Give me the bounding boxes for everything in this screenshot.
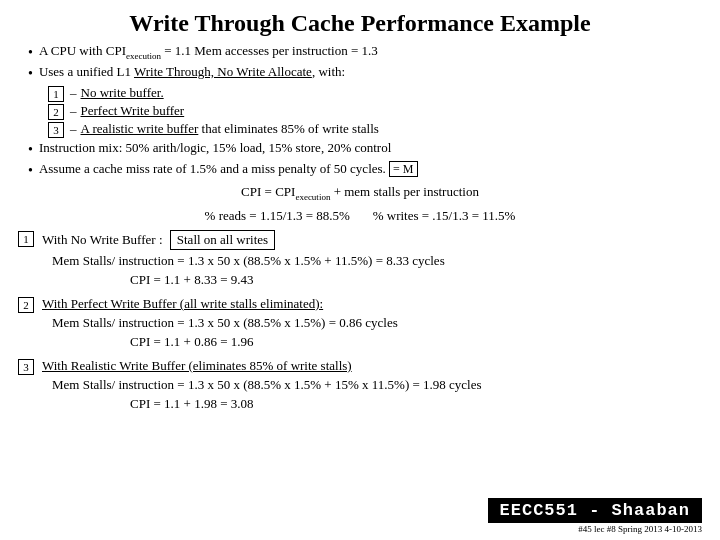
- stall-box-1: Stall on all writes: [170, 230, 275, 250]
- opt-2-text: Perfect Write buffer: [81, 103, 185, 119]
- section-1-content: With No Write Buffer : Stall on all writ…: [42, 230, 702, 290]
- section-3-line-2: CPI = 1.1 + 1.98 = 3.08: [42, 394, 702, 414]
- bullet-dot-4: •: [28, 161, 33, 181]
- bullet-dot-3: •: [28, 140, 33, 160]
- num-2: 2: [48, 104, 64, 120]
- bullet-1-text: A CPU with CPIexecution = 1.1 Mem access…: [39, 43, 378, 61]
- footer-info: #45 lec #8 Spring 2013 4-10-2013: [578, 524, 702, 534]
- cpi-block: CPI = CPIexecution + mem stalls per inst…: [18, 182, 702, 204]
- more-bullet-1-text: Instruction mix: 50% arith/logic, 15% lo…: [39, 140, 391, 156]
- section-2-content: With Perfect Write Buffer (all write sta…: [42, 296, 702, 352]
- bullet-dot-2: •: [28, 64, 33, 84]
- bullet-2-text: Uses a unified L1 Write Through, No Writ…: [39, 64, 345, 80]
- bullet-1: • A CPU with CPIexecution = 1.1 Mem acce…: [28, 43, 702, 63]
- sub-execution: execution: [126, 51, 161, 61]
- page-title: Write Through Cache Performance Example: [18, 10, 702, 37]
- bullet-2: • Uses a unified L1 Write Through, No Wr…: [28, 64, 702, 84]
- section-1-line-1: Mem Stalls/ instruction = 1.3 x 50 x (88…: [42, 251, 702, 271]
- cpi-sub: execution: [295, 192, 330, 202]
- main-bullets: • A CPU with CPIexecution = 1.1 Mem acce…: [28, 43, 702, 83]
- more-bullet-2: • Assume a cache miss rate of 1.5% and a…: [28, 161, 702, 181]
- section-2-line-2: CPI = 1.1 + 0.86 = 1.96: [42, 332, 702, 352]
- section-2-line-1: Mem Stalls/ instruction = 1.3 x 50 x (88…: [42, 313, 702, 333]
- section-2: 2 With Perfect Write Buffer (all write s…: [18, 296, 702, 352]
- section-2-title: With Perfect Write Buffer (all write sta…: [42, 296, 702, 312]
- reads-writes-block: % reads = 1.15/1.3 = 88.5% % writes = .1…: [18, 206, 702, 226]
- page: Write Through Cache Performance Example …: [0, 0, 720, 540]
- section-3-title: With Realistic Write Buffer (eliminates …: [42, 358, 702, 374]
- section-3: 3 With Realistic Write Buffer (eliminate…: [18, 358, 702, 414]
- dash-1: –: [70, 85, 77, 101]
- section-2-title-text: With Perfect Write Buffer (all write sta…: [42, 296, 323, 311]
- section-1-title: With No Write Buffer : Stall on all writ…: [42, 230, 702, 250]
- section-num-1: 1: [18, 231, 34, 247]
- section-3-content: With Realistic Write Buffer (eliminates …: [42, 358, 702, 414]
- dash-3: –: [70, 121, 77, 137]
- num-1: 1: [48, 86, 64, 102]
- section-num-3: 3: [18, 359, 34, 375]
- option-1: 1 – No write buffer.: [48, 85, 702, 102]
- section-num-2: 2: [18, 297, 34, 313]
- section-1-title-text: With No Write Buffer :: [42, 232, 163, 247]
- underline-text: Write Through, No Write Allocate: [134, 64, 312, 79]
- option-2: 2 – Perfect Write buffer: [48, 103, 702, 120]
- opt-1-text: No write buffer.: [81, 85, 164, 101]
- reads-writes-text: % reads = 1.15/1.3 = 88.5% % writes = .1…: [205, 208, 516, 223]
- footer-label: EECC551 - Shaaban: [488, 498, 702, 523]
- numbered-list: 1 – No write buffer. 2 – Perfect Write b…: [48, 85, 702, 138]
- num-3: 3: [48, 122, 64, 138]
- option-3: 3 – A realistic write buffer that elimin…: [48, 121, 702, 138]
- eq-m-box: = M: [389, 161, 417, 177]
- section-1-line-2: CPI = 1.1 + 8.33 = 9.43: [42, 270, 702, 290]
- opt-3-text: A realistic write buffer that eliminates…: [81, 121, 379, 137]
- sections-area: 1 With No Write Buffer : Stall on all wr…: [18, 230, 702, 414]
- section-1: 1 With No Write Buffer : Stall on all wr…: [18, 230, 702, 290]
- more-bullets: • Instruction mix: 50% arith/logic, 15% …: [28, 140, 702, 180]
- dash-2: –: [70, 103, 77, 119]
- cpi-line: CPI = CPIexecution + mem stalls per inst…: [241, 184, 479, 199]
- section-3-title-text: With Realistic Write Buffer (eliminates …: [42, 358, 352, 373]
- footer-area: EECC551 - Shaaban #45 lec #8 Spring 2013…: [0, 498, 720, 534]
- section-3-line-1: Mem Stalls/ instruction = 1.3 x 50 x (88…: [42, 375, 702, 395]
- more-bullet-1: • Instruction mix: 50% arith/logic, 15% …: [28, 140, 702, 160]
- bullet-dot-1: •: [28, 43, 33, 63]
- more-bullet-2-text: Assume a cache miss rate of 1.5% and a m…: [39, 161, 418, 177]
